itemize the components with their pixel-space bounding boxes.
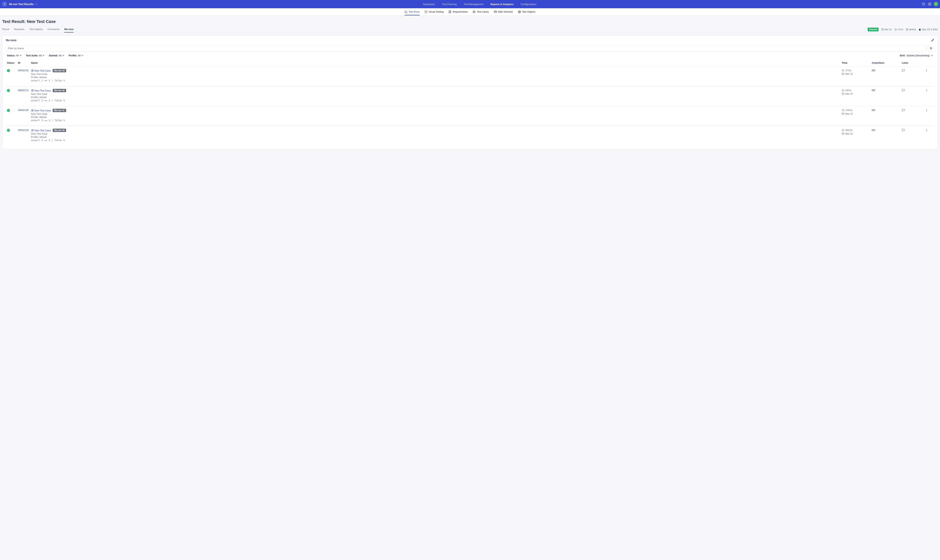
calendar-icon bbox=[881, 28, 884, 31]
meta-duration: 17ms bbox=[894, 28, 903, 31]
sub-nav: Test Runs Visual Testing Requirements Te… bbox=[0, 8, 940, 15]
cell-time: 462ms Mar 22 bbox=[842, 129, 872, 135]
scan-icon bbox=[424, 10, 428, 13]
assert-line: assert 1 == 2 | false % bbox=[31, 119, 842, 122]
status-passed-icon bbox=[7, 129, 10, 132]
subnav-requirements[interactable]: Requirements bbox=[448, 8, 468, 15]
id-link[interactable]: 56942132 bbox=[18, 69, 31, 72]
tab-test-objects[interactable]: Test Objects bbox=[29, 26, 43, 32]
nav-test-planning[interactable]: Test Planning bbox=[442, 3, 457, 6]
table-row: 56942129 New Test Case Re-run #0 New Tes… bbox=[6, 126, 934, 146]
meta-os: Mac OS X 64bit bbox=[918, 28, 938, 31]
comment-icon[interactable] bbox=[902, 129, 905, 132]
suite-name: New Test Suite bbox=[31, 132, 842, 135]
nav-test-management[interactable]: Test Management bbox=[464, 3, 483, 6]
svg-line-41 bbox=[32, 130, 33, 131]
calendar-icon bbox=[842, 132, 844, 135]
copy-button[interactable] bbox=[928, 45, 934, 51]
apple-icon bbox=[918, 28, 921, 31]
rerun-badge: Re-run #0 bbox=[52, 129, 66, 132]
more-icon[interactable] bbox=[925, 129, 928, 132]
tab-requests[interactable]: Requests bbox=[14, 26, 25, 32]
katalon-icon[interactable] bbox=[934, 2, 938, 6]
name-link[interactable]: New Test Case bbox=[31, 69, 51, 72]
name-link[interactable]: New Test Case bbox=[31, 109, 51, 112]
cell-actions bbox=[920, 109, 933, 112]
subnav-test-runs[interactable]: Test Runs bbox=[404, 8, 420, 15]
external-link-icon bbox=[31, 89, 34, 92]
cube-icon bbox=[518, 10, 521, 13]
reruns-card: Re-runs Filter by Name Status: All Test … bbox=[2, 35, 938, 149]
filter-status[interactable]: Status: All bbox=[7, 54, 22, 57]
more-icon[interactable] bbox=[925, 109, 928, 112]
cell-status bbox=[7, 89, 18, 92]
collapse-icon[interactable] bbox=[931, 39, 934, 42]
name-link[interactable]: New Test Case bbox=[31, 89, 51, 92]
nav-configurations[interactable]: Configurations bbox=[521, 3, 537, 6]
th-assertions: Assertions bbox=[872, 62, 902, 64]
top-bar: T Re-run Test Results Dashboard Test Pla… bbox=[0, 0, 940, 8]
cell-status bbox=[7, 109, 18, 112]
clock-icon bbox=[842, 129, 844, 131]
subnav-label: Test Runs bbox=[409, 10, 420, 13]
svg-rect-5 bbox=[494, 11, 497, 12]
assert-line: assert 1 == 2 | false % bbox=[31, 139, 842, 142]
clock-icon bbox=[894, 28, 897, 31]
chevron-down-icon bbox=[81, 54, 83, 57]
table-header: Status ID Name Time Assertions Links bbox=[6, 60, 934, 66]
project-title: Re-run Test Results bbox=[9, 3, 34, 6]
id-link[interactable]: 56942131 bbox=[18, 89, 31, 92]
sort-control[interactable]: Sort: Started (Descending) bbox=[900, 54, 933, 57]
calendar-icon bbox=[842, 112, 844, 115]
id-link[interactable]: 56942130 bbox=[18, 109, 31, 112]
nav-dashboard[interactable]: Dashboard bbox=[423, 3, 435, 6]
more-icon[interactable] bbox=[925, 89, 928, 92]
top-nav: Dashboard Test Planning Test Management … bbox=[37, 3, 922, 6]
cell-name: New Test Case Re-run #3 New Test Suite P… bbox=[31, 69, 842, 82]
svg-rect-4 bbox=[473, 11, 475, 13]
chevron-down-icon bbox=[42, 54, 45, 57]
filter-test-suite[interactable]: Test Suite: All bbox=[26, 54, 45, 57]
app-logo[interactable]: T bbox=[2, 2, 7, 6]
more-icon[interactable] bbox=[925, 69, 928, 72]
svg-rect-7 bbox=[881, 29, 884, 30]
subnav-test-cases[interactable]: Test Cases bbox=[472, 8, 489, 15]
external-link-icon bbox=[31, 129, 34, 132]
nav-reports[interactable]: Reports & Analytics bbox=[491, 3, 514, 6]
filter-input[interactable]: Filter by Name bbox=[6, 45, 926, 51]
name-link[interactable]: New Test Case bbox=[31, 129, 51, 132]
cell-links bbox=[902, 109, 920, 112]
tab-comments[interactable]: Comments bbox=[48, 26, 59, 32]
profile-label: Profile: default bbox=[31, 116, 842, 118]
suite-name: New Test Suite bbox=[31, 112, 842, 115]
gear-icon[interactable] bbox=[928, 2, 931, 6]
tab-result[interactable]: Result bbox=[2, 26, 9, 32]
rerun-badge: Re-run #1 bbox=[52, 109, 66, 112]
cell-links bbox=[902, 129, 920, 132]
subnav-label: Test Objects bbox=[522, 10, 536, 13]
cell-id: 56942129 bbox=[18, 129, 31, 131]
meta-date: Mar 22 bbox=[881, 28, 892, 31]
chevron-down-icon bbox=[20, 54, 22, 57]
svg-line-20 bbox=[32, 70, 33, 71]
subnav-test-objects[interactable]: Test Objects bbox=[518, 8, 536, 15]
comment-icon[interactable] bbox=[902, 109, 905, 112]
clock-icon bbox=[842, 109, 844, 112]
filter-profile[interactable]: Profile: All bbox=[69, 54, 83, 57]
cell-time: 110ms Mar 22 bbox=[842, 109, 872, 115]
history-icon[interactable] bbox=[922, 2, 925, 6]
chips-row: Status: All Test Suite: All Started: All… bbox=[6, 54, 934, 57]
comment-icon[interactable] bbox=[902, 89, 905, 92]
filter-started[interactable]: Started: All bbox=[49, 54, 65, 57]
subnav-label: Requirements bbox=[452, 10, 468, 13]
subnav-visual-testing[interactable]: Visual Testing bbox=[424, 8, 444, 15]
id-link[interactable]: 56942129 bbox=[18, 129, 31, 131]
chevron-down-icon bbox=[62, 54, 65, 57]
reruns-table: Status ID Name Time Assertions Links 569… bbox=[6, 60, 934, 146]
project-selector[interactable]: Re-run Test Results bbox=[9, 3, 37, 6]
tab-reruns[interactable]: Re-runs bbox=[64, 26, 74, 32]
subnav-web-services[interactable]: Web Services bbox=[494, 8, 513, 15]
chevron-down-icon bbox=[931, 54, 933, 57]
comment-icon[interactable] bbox=[902, 69, 905, 72]
cell-time: 17ms Mar 22 bbox=[842, 69, 872, 75]
